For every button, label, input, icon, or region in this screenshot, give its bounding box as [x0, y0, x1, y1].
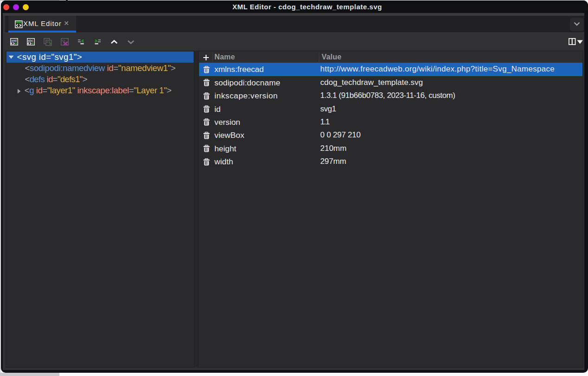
svg-text:xml: xml [11, 39, 17, 42]
svg-text:abc: abc [28, 39, 33, 42]
